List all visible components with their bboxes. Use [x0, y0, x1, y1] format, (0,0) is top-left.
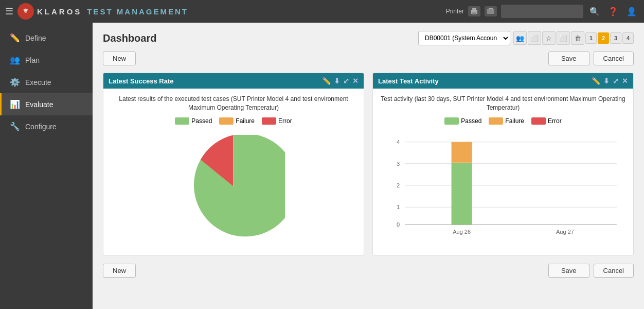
expand-icon-btn[interactable]: ⬜ [557, 31, 570, 45]
dashboard-dropdown[interactable]: DB00001 (System Accoun [418, 31, 510, 45]
svg-text:Aug 27: Aug 27 [556, 229, 574, 235]
dashboard-header: Dashboard DB00001 (System Accoun 👥 ⬜ ☆ ⬜… [103, 31, 634, 45]
cancel-button-top[interactable]: Cancel [594, 52, 634, 65]
new-button-bottom[interactable]: New [103, 264, 136, 278]
legend-error: Error [262, 117, 292, 125]
sidebar: ✏️ Define 👥 Plan ⚙️ Execute 📊 Evaluate 🔧… [0, 23, 93, 309]
edit-widget-icon-2[interactable]: ✏️ [592, 77, 600, 85]
legend-color-error [262, 117, 276, 125]
expand-widget-icon-2[interactable]: ⤢ [613, 77, 619, 85]
legend-passed: Passed [175, 117, 212, 125]
sidebar-item-execute[interactable]: ⚙️ Execute [0, 71, 93, 93]
num-btn-3[interactable]: 3 [610, 32, 621, 44]
bar-legend: Passed Failure Error [379, 117, 627, 125]
pie-legend: Passed Failure Error [110, 117, 357, 125]
top-action-bar: New Save Cancel [103, 52, 634, 65]
bar-chart: 4 3 2 1 0 [379, 132, 627, 245]
sidebar-item-configure[interactable]: 🔧 Configure [0, 115, 93, 138]
widget-desc-success-rate: Latest results of the executed test case… [110, 95, 357, 112]
widget-success-rate: Latest Success Rate ✏️ ⬇ ⤢ ✕ Latest resu… [103, 73, 364, 255]
svg-text:1: 1 [397, 204, 400, 210]
pie-chart-container [110, 130, 357, 246]
close-widget-icon-2[interactable]: ✕ [622, 77, 628, 85]
printer-icon-1[interactable] [468, 6, 480, 16]
user-menu-button[interactable]: 👤 [624, 4, 639, 19]
sidebar-item-label-plan: Plan [25, 56, 40, 64]
edit-widget-icon[interactable]: ✏️ [322, 77, 331, 85]
num-btn-2[interactable]: 2 [598, 32, 609, 44]
sidebar-item-evaluate[interactable]: 📊 Evaluate [0, 93, 93, 115]
legend-label-failure: Failure [236, 117, 255, 125]
bar-legend-label-failure: Failure [505, 117, 524, 125]
legend-label-passed: Passed [191, 117, 212, 125]
search-button[interactable]: 🔍 [587, 4, 602, 19]
download-widget-icon-2[interactable]: ⬇ [603, 77, 610, 85]
bar-legend-error: Error [531, 117, 562, 125]
delete-icon-btn[interactable]: 🗑 [571, 31, 584, 45]
bar-chart-container: 4 3 2 1 0 [379, 130, 627, 249]
widget-desc-test-activity: Test activity (last 30 days, SUT Printer… [379, 95, 627, 112]
legend-label-error: Error [278, 117, 292, 125]
widget-title-test-activity: Latest Test Activity [378, 77, 592, 85]
widget-icons-success-rate: ✏️ ⬇ ⤢ ✕ [322, 77, 359, 85]
save-button-bottom[interactable]: Save [548, 264, 589, 278]
sidebar-item-label-evaluate: Evaluate [25, 100, 53, 109]
svg-rect-6 [489, 8, 493, 9]
logo-icon [17, 3, 34, 20]
layout: ✏️ Define 👥 Plan ⚙️ Execute 📊 Evaluate 🔧… [0, 23, 644, 309]
widget-icons-test-activity: ✏️ ⬇ ⤢ ✕ [592, 77, 628, 85]
users-icon-btn[interactable]: 👥 [513, 31, 527, 45]
expand-widget-icon[interactable]: ⤢ [343, 77, 349, 85]
star-icon-btn[interactable]: ☆ [542, 31, 556, 45]
bar-legend-color-passed [444, 117, 459, 125]
dashboard-controls: DB00001 (System Accoun 👥 ⬜ ☆ ⬜ 🗑 1 2 3 4 [418, 31, 634, 45]
configure-icon: 🔧 [10, 122, 20, 131]
search-input[interactable] [501, 5, 583, 18]
page-title: Dashboard [103, 32, 418, 44]
widget-body-success-rate: Latest results of the executed test case… [103, 89, 364, 252]
legend-color-passed [175, 117, 189, 125]
svg-point-1 [24, 10, 27, 13]
svg-text:0: 0 [397, 221, 400, 228]
download-widget-icon[interactable]: ⬇ [334, 77, 340, 85]
close-widget-icon[interactable]: ✕ [352, 77, 359, 85]
widget-header-success-rate: Latest Success Rate ✏️ ⬇ ⤢ ✕ [103, 73, 364, 89]
copy-icon-btn[interactable]: ⬜ [528, 31, 541, 45]
num-btn-1[interactable]: 1 [585, 32, 597, 44]
sidebar-item-plan[interactable]: 👥 Plan [0, 49, 93, 71]
main-content: Dashboard DB00001 (System Accoun 👥 ⬜ ☆ ⬜… [93, 23, 644, 309]
bar-legend-label-passed: Passed [461, 117, 481, 125]
define-icon: ✏️ [10, 33, 20, 43]
logo-sub-text: TEST MANAGEMENT [87, 7, 188, 16]
bar-legend-color-failure [489, 117, 503, 125]
bar-legend-passed: Passed [444, 117, 481, 125]
bar-legend-color-error [531, 117, 546, 125]
svg-text:Aug 26: Aug 26 [453, 229, 471, 235]
svg-rect-4 [472, 12, 476, 14]
save-button-top[interactable]: Save [548, 52, 589, 65]
bar-aug26-failure [452, 142, 472, 162]
sidebar-item-define[interactable]: ✏️ Define [0, 27, 93, 49]
widget-body-test-activity: Test activity (last 30 days, SUT Printer… [373, 89, 633, 255]
icon-toolbar: 👥 ⬜ ☆ ⬜ 🗑 1 2 3 4 [513, 31, 634, 45]
widget-header-test-activity: Latest Test Activity ✏️ ⬇ ⤢ ✕ [373, 73, 633, 89]
printer-icon-2[interactable] [485, 6, 497, 16]
sidebar-item-label-execute: Execute [25, 78, 51, 87]
sidebar-item-label-define: Define [25, 34, 46, 42]
new-button-top[interactable]: New [103, 52, 136, 65]
svg-rect-5 [487, 9, 494, 14]
legend-failure: Failure [219, 117, 255, 125]
evaluate-icon: 📊 [10, 99, 20, 109]
bottom-action-bar: New Save Cancel [103, 264, 634, 278]
widgets-row: Latest Success Rate ✏️ ⬇ ⤢ ✕ Latest resu… [103, 73, 634, 255]
printer-label: Printer [446, 8, 464, 15]
pie-chart [182, 135, 285, 238]
help-button[interactable]: ❓ [606, 4, 620, 19]
bar-legend-failure: Failure [489, 117, 524, 125]
topbar: ☰ KLAROS TEST MANAGEMENT Printer 🔍 ❓ 👤 [0, 0, 644, 23]
cancel-button-bottom[interactable]: Cancel [594, 264, 634, 278]
hamburger-button[interactable]: ☰ [5, 6, 13, 17]
num-btn-4[interactable]: 4 [622, 32, 634, 44]
sidebar-item-label-configure: Configure [25, 123, 57, 131]
widget-title-success-rate: Latest Success Rate [109, 77, 322, 85]
